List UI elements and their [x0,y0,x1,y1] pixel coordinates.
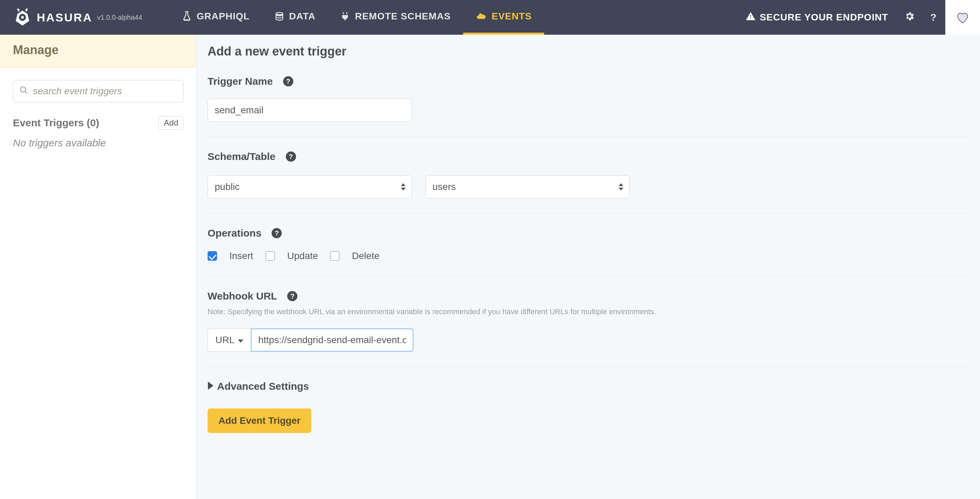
tab-remote-schemas[interactable]: REMOTE SCHEMAS [328,0,463,35]
divider [208,214,970,214]
checkbox-delete[interactable] [330,251,340,261]
schema-select[interactable]: public [208,175,412,198]
caret-icon [401,183,406,191]
table-value: users [433,182,456,192]
advanced-settings-label: Advanced Settings [217,381,309,392]
database-icon [274,11,285,21]
event-triggers-heading: Event Triggers (0) [13,117,99,129]
hasura-logo-icon [14,8,31,26]
flask-icon [182,11,192,21]
add-event-trigger-button[interactable]: Add Event Trigger [208,408,311,433]
gear-icon [904,11,915,24]
tab-label: DATA [289,11,316,22]
divider [208,137,970,137]
checkbox-delete-label: Delete [352,250,379,261]
webhook-note: Note: Specifying the webhook URL via an … [208,308,970,316]
webhook-label: Webhook URL [208,290,277,302]
heart-icon [955,11,970,24]
help-icon[interactable]: ? [283,76,293,86]
checkbox-update[interactable] [266,251,275,261]
version-label: v1.0.0-alpha44 [97,14,142,21]
settings-button[interactable] [898,0,921,35]
table-select[interactable]: users [425,175,630,198]
help-icon[interactable]: ? [286,151,296,162]
checkbox-insert-label: Insert [229,250,253,261]
checkbox-update-label: Update [287,250,318,261]
help-icon[interactable]: ? [272,228,282,238]
webhook-label-row: Webhook URL ? [208,290,970,302]
divider [208,367,970,367]
trigger-name-input[interactable] [208,99,412,122]
help-icon[interactable]: ? [287,291,298,301]
schema-label-row: Schema/Table ? [208,151,970,163]
secure-endpoint-label: SECURE YOUR ENDPOINT [760,12,888,23]
sidebar-title: Manage [13,43,183,57]
trigger-name-label-row: Trigger Name ? [208,76,970,87]
nav-tabs: GRAPHIQL DATA REMOTE SCHEMAS EVENTS [169,0,544,35]
schema-value: public [215,182,240,192]
no-triggers-message: No triggers available [13,137,183,149]
search-wrap[interactable] [13,80,183,102]
advanced-settings-toggle[interactable]: Advanced Settings [208,381,970,392]
love-button[interactable] [945,0,980,35]
tab-data[interactable]: DATA [262,0,328,35]
main: Add a new event trigger Trigger Name ? S… [197,35,980,499]
sidebar-header: Manage [0,35,196,68]
tab-events[interactable]: EVENTS [463,0,544,35]
add-trigger-button[interactable]: Add [159,116,183,130]
caret-down-icon [238,335,243,346]
operations-label: Operations [208,227,261,239]
url-type-label: URL [215,335,234,346]
divider [208,276,970,277]
page-title: Add a new event trigger [208,44,970,59]
checkbox-insert[interactable] [208,251,217,261]
search-input[interactable] [32,85,177,97]
tab-label: EVENTS [492,11,532,22]
tab-graphiql[interactable]: GRAPHIQL [169,0,262,35]
secure-endpoint-link[interactable]: SECURE YOUR ENDPOINT [736,11,898,24]
question-icon: ? [930,11,937,23]
operations-label-row: Operations ? [208,227,970,239]
search-icon [19,86,28,97]
navbar: HASURA v1.0.0-alpha44 GRAPHIQL DATA REMO… [0,0,980,35]
caret-icon [619,183,624,191]
chevron-right-icon [208,381,214,392]
plug-icon [340,11,350,21]
trigger-name-label: Trigger Name [208,76,273,87]
tab-label: REMOTE SCHEMAS [355,11,451,22]
cloud-icon [476,11,487,21]
help-button[interactable]: ? [921,0,945,35]
webhook-url-input[interactable] [251,328,414,352]
sidebar: Manage Event Triggers (0) Add No trigger… [0,35,197,499]
brand-name: HASURA [37,11,92,24]
schema-table-label: Schema/Table [208,151,275,163]
tab-label: GRAPHIQL [197,11,250,22]
brand[interactable]: HASURA v1.0.0-alpha44 [0,0,156,35]
url-type-dropdown[interactable]: URL [208,328,251,352]
warning-icon [746,11,756,24]
